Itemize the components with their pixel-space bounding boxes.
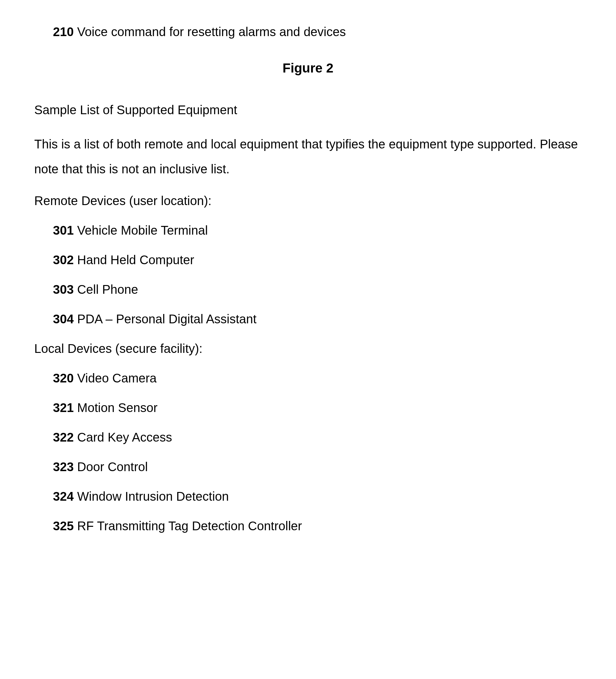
item-text: Vehicle Mobile Terminal (74, 223, 208, 237)
intro-body: This is a list of both remote and local … (34, 132, 582, 182)
ref-number: 301 (53, 223, 74, 237)
list-item: 320 Video Camera (53, 371, 582, 385)
item-text: PDA – Personal Digital Assistant (74, 312, 257, 326)
figure-title: Figure 2 (34, 61, 582, 76)
list-item: 303 Cell Phone (53, 283, 582, 296)
intro-title: Sample List of Supported Equipment (34, 97, 582, 122)
item-text: Video Camera (74, 371, 157, 385)
item-text: RF Transmitting Tag Detection Controller (74, 519, 302, 533)
ref-number: 322 (53, 430, 74, 444)
item-text: Window Intrusion Detection (74, 489, 229, 503)
item-text: Voice command for resetting alarms and d… (74, 25, 346, 39)
ref-number: 324 (53, 489, 74, 503)
ref-number: 323 (53, 460, 74, 474)
remote-devices-label: Remote Devices (user location): (34, 194, 582, 208)
list-item: 304 PDA – Personal Digital Assistant (53, 312, 582, 326)
ref-number: 321 (53, 401, 74, 415)
ref-number: 320 (53, 371, 74, 385)
list-item: 323 Door Control (53, 460, 582, 474)
list-item: 324 Window Intrusion Detection (53, 489, 582, 504)
list-item: 301 Vehicle Mobile Terminal (53, 223, 582, 237)
list-item: 321 Motion Sensor (53, 401, 582, 415)
item-text: Card Key Access (74, 430, 172, 444)
ref-number: 302 (53, 253, 74, 267)
list-item: 325 RF Transmitting Tag Detection Contro… (53, 519, 582, 533)
item-text: Door Control (74, 460, 148, 474)
list-item: 302 Hand Held Computer (53, 253, 582, 267)
top-list-item: 210 Voice command for resetting alarms a… (53, 25, 582, 39)
ref-number: 304 (53, 312, 74, 326)
ref-number: 303 (53, 283, 74, 296)
item-text: Motion Sensor (74, 401, 158, 415)
ref-number: 325 (53, 519, 74, 533)
item-text: Hand Held Computer (74, 253, 194, 267)
local-devices-label: Local Devices (secure facility): (34, 342, 582, 356)
list-item: 322 Card Key Access (53, 430, 582, 444)
item-text: Cell Phone (74, 283, 138, 296)
ref-number: 210 (53, 25, 74, 39)
